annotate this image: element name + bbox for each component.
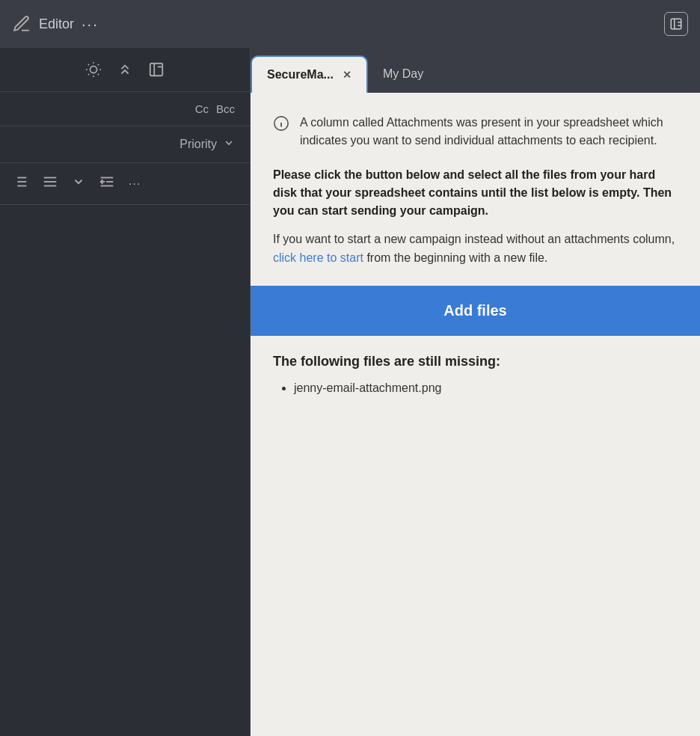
missing-section: The following files are still missing: j…: [251, 336, 700, 736]
info-circle-icon: [273, 115, 289, 135]
svg-line-8: [88, 74, 89, 75]
editor-icon: [12, 14, 31, 34]
right-panel: SecureMa... ✕ My Day A colum: [251, 48, 700, 736]
info-para3-after: from the beginning with a new file.: [363, 251, 547, 264]
tab-securema-label: SecureMa...: [267, 68, 334, 82]
cc-bcc-row: Cc Bcc: [0, 92, 250, 126]
svg-rect-10: [150, 64, 163, 76]
header-bar: Editor ···: [0, 0, 700, 48]
missing-file-item: jenny-email-attachment.png: [294, 381, 678, 395]
tab-bar: SecureMa... ✕ My Day: [251, 48, 700, 93]
svg-point-1: [90, 66, 96, 73]
outdent-icon[interactable]: [99, 174, 115, 194]
info-paragraph3: If you want to start a new campaign inst…: [273, 230, 678, 268]
sidebar: Cc Bcc Priority: [0, 48, 251, 736]
open-in-window-icon[interactable]: [148, 61, 165, 78]
priority-dropdown[interactable]: Priority: [179, 137, 235, 152]
click-here-link[interactable]: click here to start: [273, 251, 363, 264]
format-toolbar: ···: [0, 163, 250, 205]
sidebar-toolbar: [0, 48, 250, 92]
priority-label: Priority: [179, 138, 217, 151]
more-options-button[interactable]: ···: [82, 16, 99, 33]
header-left: Editor ···: [12, 14, 99, 34]
add-files-button[interactable]: Add files: [251, 286, 700, 336]
missing-files-list: jenny-email-attachment.png: [273, 381, 678, 395]
tab-myday[interactable]: My Day: [368, 55, 438, 93]
priority-chevron-icon: [223, 137, 235, 152]
tab-myday-label: My Day: [383, 67, 423, 81]
svg-line-5: [98, 74, 99, 75]
info-para3-before: If you want to start a new campaign inst…: [273, 233, 675, 245]
align-format-icon[interactable]: [42, 174, 58, 194]
collapse-up-icon[interactable]: [117, 61, 133, 78]
info-section: A column called Attachments was present …: [251, 93, 700, 286]
expand-button[interactable]: [664, 12, 688, 36]
bcc-button[interactable]: Bcc: [216, 102, 235, 115]
svg-rect-0: [671, 19, 681, 29]
priority-row: Priority: [0, 126, 250, 163]
sidebar-body: [0, 205, 250, 736]
tab-close-button[interactable]: ✕: [343, 69, 351, 81]
info-paragraph2: Please click the button below and select…: [273, 166, 678, 220]
cc-button[interactable]: Cc: [195, 102, 209, 115]
main-area: Cc Bcc Priority: [0, 48, 700, 736]
sun-icon[interactable]: [85, 61, 102, 78]
info-row: A column called Attachments was present …: [273, 114, 678, 150]
svg-line-4: [88, 64, 89, 65]
more-format-icon[interactable]: ···: [129, 177, 141, 191]
align-dropdown-icon[interactable]: [72, 175, 85, 192]
svg-line-9: [98, 64, 99, 65]
missing-files-title: The following files are still missing:: [273, 354, 678, 369]
header-title: Editor: [39, 16, 74, 32]
content-area: A column called Attachments was present …: [251, 93, 700, 736]
tab-securema[interactable]: SecureMa... ✕: [251, 55, 368, 93]
info-paragraph1: A column called Attachments was present …: [300, 114, 678, 150]
list-format-icon[interactable]: [12, 174, 28, 194]
